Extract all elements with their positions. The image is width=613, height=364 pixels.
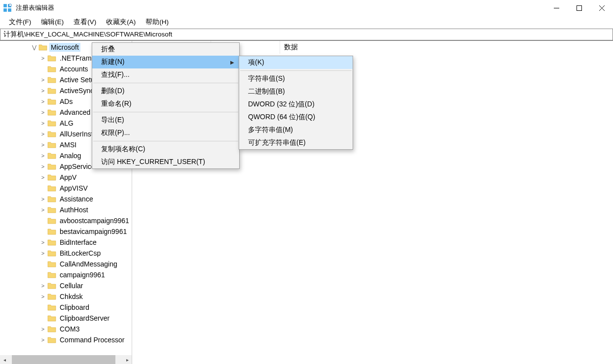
tree-item[interactable]: >Command Processor [0,334,132,345]
ctx-separator [93,112,238,112]
chevron-icon[interactable]: > [39,174,46,180]
close-button[interactable] [590,0,613,16]
tree-item-label: Assistance [58,195,95,203]
tree-item[interactable]: >AppV [0,172,132,183]
chevron-icon[interactable]: > [39,109,46,115]
folder-icon [47,282,56,290]
scroll-right-arrow-icon[interactable]: ▸ [123,355,132,364]
chevron-icon[interactable]: > [39,239,46,245]
ctx-permissions[interactable]: 权限(P)... [92,127,239,139]
tree-item-label: Chkdsk [58,292,84,301]
tree-item-label: ALG [58,119,75,128]
folder-icon [47,54,56,62]
ctx-new[interactable]: 新建(N) ▶ [92,56,239,68]
scroll-thumb[interactable] [12,355,115,364]
ctx-copy-key-name[interactable]: 复制项名称(C) [92,143,239,156]
tree-item[interactable]: >Chkdsk [0,291,132,302]
chevron-icon[interactable]: > [39,120,46,126]
chevron-icon[interactable]: > [39,326,46,332]
chevron-icon[interactable]: > [39,153,46,159]
svg-rect-3 [8,8,11,12]
tree-item[interactable]: >BidInterface [0,237,132,248]
col-data[interactable]: 数据 [280,41,458,54]
menu-file[interactable]: 文件(F) [4,16,36,29]
tree-item[interactable]: AppVISV [0,183,132,194]
tree-item[interactable]: >COM3 [0,324,132,334]
scroll-left-arrow-icon[interactable]: ◂ [0,355,9,364]
chevron-icon[interactable]: > [39,337,46,343]
ctx-separator [93,83,238,83]
folder-icon [47,271,56,279]
ctx-delete[interactable]: 删除(D) [92,85,239,98]
ctx-rename[interactable]: 重命名(R) [92,98,239,110]
tree-item-label: avboostcampaign9961 [58,216,131,225]
menu-view[interactable]: 查看(V) [69,16,101,29]
tree-item[interactable]: avboostcampaign9961 [0,215,132,226]
tree-item[interactable]: ClipboardServer [0,313,132,324]
chevron-icon[interactable]: > [39,250,46,256]
chevron-icon[interactable]: > [39,283,46,289]
chevron-icon[interactable]: > [39,55,46,61]
address-bar[interactable]: 计算机\HKEY_LOCAL_MACHINE\SOFTWARE\Microsof… [0,29,613,40]
tree-item-label: ClipboardServer [58,314,111,323]
chevron-icon[interactable]: > [39,77,46,83]
maximize-button[interactable] [568,0,590,16]
menu-favorites[interactable]: 收藏夹(A) [101,16,141,29]
ctx-new-qword[interactable]: QWORD (64 位)值(Q) [239,111,353,124]
folder-icon [47,206,56,214]
ctx-goto-hkcu[interactable]: 访问 HKEY_CURRENT_USER(T) [92,156,239,168]
folder-icon [47,130,56,138]
tree-item[interactable]: >Assistance [0,194,132,204]
folder-icon [47,249,56,257]
tree-item[interactable]: CallAndMessaging [0,259,132,269]
chevron-icon[interactable]: > [39,131,46,137]
context-menu-key: 折叠 新建(N) ▶ 查找(F)... 删除(D) 重命名(R) 导出(E) 权… [92,42,240,169]
tree-item-label: Command Processor [58,335,126,344]
tree-item-label: Microsoft [49,43,80,52]
ctx-new-binary[interactable]: 二进制值(B) [239,85,353,98]
ctx-new-key[interactable]: 项(K) [239,56,353,69]
svg-rect-6 [577,5,581,10]
tree-item-label: BitLockerCsp [58,249,102,258]
chevron-icon[interactable]: > [39,99,46,104]
ctx-collapse[interactable]: 折叠 [92,43,239,56]
ctx-find[interactable]: 查找(F)... [92,68,239,81]
folder-icon [47,141,56,149]
folder-icon [47,173,56,181]
chevron-icon[interactable]: > [39,88,46,94]
chevron-icon[interactable]: ⋁ [31,44,37,51]
ctx-new-string[interactable]: 字符串值(S) [239,72,353,85]
chevron-icon[interactable]: > [39,207,46,213]
tree-item[interactable]: >Cellular [0,280,132,291]
chevron-icon[interactable]: > [39,164,46,169]
tree-item[interactable]: Clipboard [0,302,132,313]
folder-icon [47,303,56,311]
tree-item-label: Analog [58,151,83,160]
tree-item-label: BidInterface [58,238,98,247]
folder-icon [47,119,56,127]
ctx-new-dword[interactable]: DWORD (32 位)值(D) [239,98,353,111]
chevron-icon[interactable]: > [39,294,46,299]
folder-icon [47,314,56,322]
ctx-new-multistring[interactable]: 多字符串值(M) [239,124,353,136]
folder-icon [47,238,56,246]
window-title: 注册表编辑器 [16,3,545,12]
chevron-icon[interactable]: > [39,196,46,202]
chevron-icon[interactable]: > [39,142,46,148]
content-area: ⋁Microsoft>.NETFrameworkAccounts>Active … [0,40,613,364]
folder-icon [47,336,56,344]
tree-item[interactable]: >BitLockerCsp [0,248,132,259]
tree-item-label: COM3 [58,325,81,333]
tree-item[interactable]: >AuthHost [0,204,132,215]
registry-editor-window: 注册表编辑器 文件(F) 编辑(E) 查看(V) 收藏夹(A) 帮助(H) 计算… [0,0,613,364]
folder-icon [47,195,56,203]
tree-item[interactable]: bestavicampaign9961 [0,226,132,237]
ctx-new-expandstring[interactable]: 可扩充字符串值(E) [239,136,353,149]
tree-item[interactable]: campaign9961 [0,269,132,280]
minimize-button[interactable] [545,0,568,16]
tree-item-label: AuthHost [58,205,90,214]
menu-edit[interactable]: 编辑(E) [36,16,69,29]
ctx-export[interactable]: 导出(E) [92,114,239,127]
menu-help[interactable]: 帮助(H) [141,16,174,29]
tree-horizontal-scrollbar[interactable]: ◂ ▸ [0,355,132,364]
